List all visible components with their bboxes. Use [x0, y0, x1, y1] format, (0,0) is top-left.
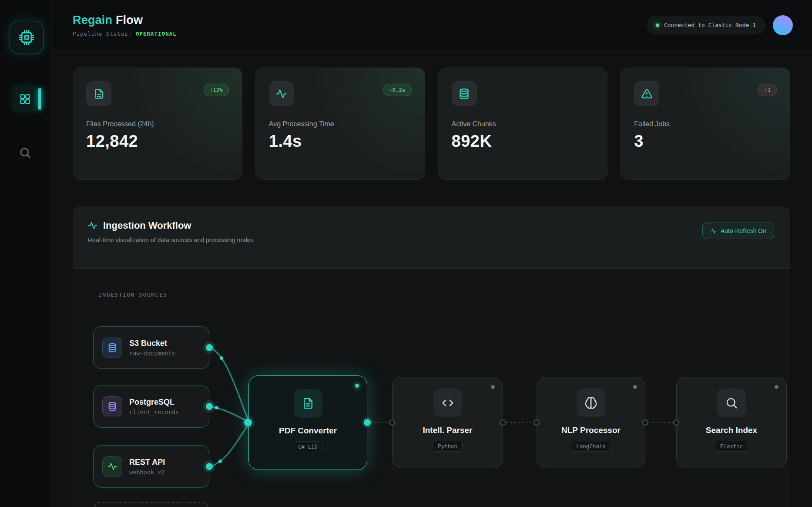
source-node-postgresql[interactable]: PostgreSQL client_records	[93, 385, 209, 428]
database-icon	[102, 338, 122, 358]
layout-grid-icon	[19, 93, 31, 105]
processor-title: Intell. Parser	[423, 426, 472, 435]
code-icon	[433, 389, 462, 417]
stat-card-failed-jobs[interactable]: +1 Failed Jobs 3	[621, 68, 790, 180]
avatar[interactable]	[773, 15, 793, 35]
brand-secondary: Flow	[116, 14, 143, 27]
status-dot	[775, 385, 778, 389]
auto-refresh-label: Auto-Refresh On	[721, 227, 766, 234]
status-dot	[491, 385, 495, 389]
pipeline-status: Pipeline Status: OPERATIONAL	[73, 30, 177, 37]
ingestion-workflow-panel: Ingestion Workflow Real-time visualizati…	[73, 206, 790, 507]
processor-tag: Python	[433, 441, 463, 452]
database-icon	[452, 81, 477, 106]
status-dot	[355, 384, 359, 388]
workflow-subtitle: Real-time visualization of data sources …	[88, 237, 254, 243]
source-node-rest-api[interactable]: REST API webhook_v2	[93, 445, 209, 488]
page-title: Regain Flow	[73, 14, 177, 27]
source-node-s3-bucket[interactable]: S3 Bucket raw-documents	[93, 326, 209, 369]
pipeline-status-label: Pipeline Status:	[73, 30, 132, 37]
stat-value: 12,842	[86, 132, 229, 151]
ingestion-sources-label: INGESTION SOURCES	[98, 291, 168, 298]
source-title: S3 Bucket	[129, 339, 175, 348]
processor-title: Search Index	[706, 426, 757, 435]
stat-badge: +12%	[204, 84, 229, 96]
processor-tag: C# Lib	[293, 441, 323, 452]
stat-value: 3	[634, 132, 777, 151]
file-text-icon	[294, 389, 322, 418]
database-icon	[102, 396, 122, 416]
processor-tag: LangChain	[571, 441, 611, 452]
app-window: Regain Flow Pipeline Status: OPERATIONAL…	[0, 0, 812, 507]
activity-icon	[269, 81, 294, 106]
processor-tag: Elastic	[715, 441, 748, 452]
stat-label: Failed Jobs	[634, 120, 777, 128]
workflow-title: Ingestion Workflow	[103, 220, 191, 231]
active-nav-indicator	[38, 88, 41, 110]
workflow-panel-header: Ingestion Workflow Real-time visualizati…	[73, 207, 790, 268]
activity-icon	[710, 228, 717, 234]
pipeline-status-value: OPERATIONAL	[136, 30, 177, 37]
cpu-chip-icon	[18, 29, 35, 46]
header: Regain Flow Pipeline Status: OPERATIONAL…	[52, 0, 812, 51]
brand-block: Regain Flow Pipeline Status: OPERATIONAL	[73, 14, 177, 37]
workflow-canvas: INGESTION SOURCES	[73, 268, 790, 507]
main-content: +12% Files Processed (24h) 12,842 -0.2s …	[52, 51, 812, 507]
connection-status-text: Connected to Elastic Node 1	[664, 22, 756, 28]
source-subtitle: raw-documents	[129, 350, 175, 357]
stat-badge: -0.2s	[383, 84, 412, 96]
processor-node-nlp-processor[interactable]: NLP Processor LangChain	[537, 377, 645, 468]
connection-status-badge[interactable]: Connected to Elastic Node 1	[647, 17, 765, 34]
stat-card-active-chunks[interactable]: Active Chunks 892K	[438, 68, 608, 180]
auto-refresh-button[interactable]: Auto-Refresh On	[702, 223, 774, 239]
stat-value: 1.4s	[269, 132, 412, 151]
stat-badge: +1	[758, 84, 777, 96]
source-node-placeholder	[93, 502, 209, 507]
stat-label: Files Processed (24h)	[86, 120, 229, 128]
processor-title: NLP Processor	[561, 426, 621, 435]
source-subtitle: webhook_v2	[129, 469, 165, 476]
connection-dot-icon	[656, 24, 659, 27]
processor-title: PDF Converter	[279, 426, 337, 436]
stat-card-avg-processing-time[interactable]: -0.2s Avg Processing Time 1.4s	[255, 68, 425, 180]
sidebar	[0, 0, 52, 507]
source-title: PostgreSQL	[129, 398, 179, 407]
source-title: REST API	[129, 458, 165, 467]
search-icon	[19, 146, 31, 159]
brand-primary: Regain	[73, 14, 112, 27]
activity-icon	[102, 456, 122, 477]
alert-triangle-icon	[634, 81, 659, 106]
sidebar-item-dashboard[interactable]	[13, 86, 37, 112]
activity-icon	[88, 221, 97, 230]
stat-value: 892K	[452, 132, 594, 151]
stat-label: Active Chunks	[452, 120, 594, 128]
source-subtitle: client_records	[129, 409, 179, 416]
brain-icon	[577, 389, 605, 417]
processor-node-pdf-converter[interactable]: PDF Converter C# Lib	[248, 375, 367, 470]
stat-cards-row: +12% Files Processed (24h) 12,842 -0.2s …	[73, 68, 790, 180]
processor-node-search-index[interactable]: Search Index Elastic	[676, 377, 787, 468]
stat-label: Avg Processing Time	[269, 120, 412, 128]
stat-card-files-processed[interactable]: +12% Files Processed (24h) 12,842	[73, 68, 242, 180]
status-dot	[633, 385, 637, 389]
file-text-icon	[86, 81, 111, 106]
processor-node-intell-parser[interactable]: Intell. Parser Python	[392, 377, 503, 468]
sidebar-item-search[interactable]	[14, 142, 36, 163]
search-icon	[717, 389, 746, 417]
app-logo[interactable]	[10, 21, 44, 54]
